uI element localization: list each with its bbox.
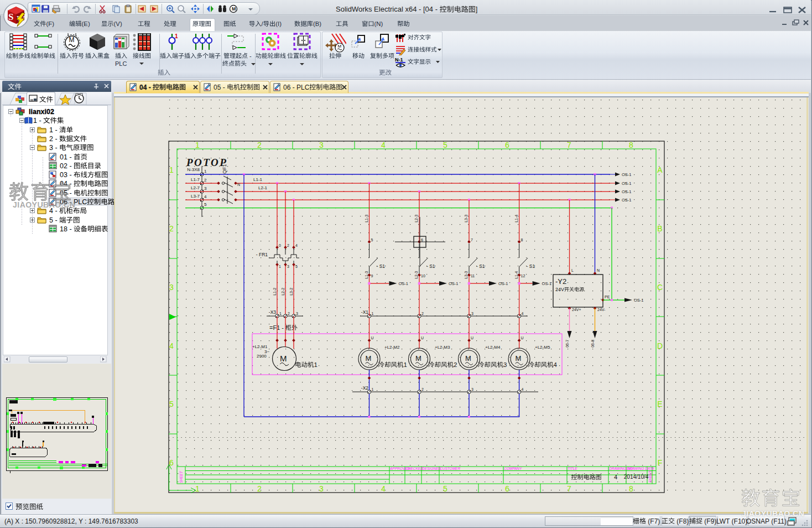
- svg-text:OS-1: OS-1: [634, 298, 644, 303]
- svg-text:PE: PE: [605, 295, 610, 299]
- svg-text:- S1: - S1: [426, 263, 435, 269]
- svg-text:06-7: 06-7: [565, 340, 569, 348]
- svg-text:6: 6: [505, 141, 509, 149]
- svg-text:M: M: [415, 354, 421, 363]
- svg-text:+L2-M4: +L2-M4: [485, 345, 501, 350]
- svg-text:5: 5: [295, 265, 298, 268]
- svg-text:M: M: [232, 6, 236, 12]
- svg-text:1: 1: [404, 361, 407, 368]
- svg-text:U: U: [471, 336, 473, 340]
- svg-text:QF1: QF1: [222, 164, 227, 174]
- svg-text:5: 5: [204, 202, 207, 207]
- svg-text:N: N: [237, 183, 240, 187]
- svg-text:M: M: [69, 36, 75, 44]
- svg-text:1: 1: [279, 265, 281, 268]
- svg-text:M: M: [338, 44, 342, 49]
- svg-text:L1-3: L1-3: [365, 271, 368, 279]
- svg-text:U: U: [521, 336, 524, 340]
- svg-text:2: 2: [454, 361, 457, 368]
- svg-text:CUSTOMER: CUSTOMER: [440, 467, 460, 470]
- svg-text:- S1: - S1: [377, 263, 386, 269]
- svg-text:2: 2: [288, 312, 290, 315]
- svg-text:- S1: - S1: [527, 263, 535, 269]
- svg-text:06-8: 06-8: [591, 340, 595, 348]
- svg-text:6: 6: [421, 238, 423, 242]
- svg-text:-Y2: -Y2: [555, 277, 566, 286]
- svg-text:-X2: -X2: [361, 385, 369, 391]
- svg-text:2014/10/4: 2014/10/4: [624, 474, 649, 480]
- svg-text:A: A: [657, 165, 663, 174]
- svg-text:OS-1: OS-1: [498, 281, 508, 286]
- svg-text:L2-2: L2-2: [281, 288, 285, 296]
- svg-text:L1-7: L1-7: [191, 177, 200, 182]
- svg-text:S: S: [8, 12, 13, 22]
- svg-text:1: 1: [372, 387, 374, 391]
- svg-text:2: 2: [204, 178, 207, 183]
- svg-text:D: D: [657, 341, 663, 350]
- svg-text:TITLE: TITLE: [568, 467, 577, 470]
- svg-text:U: U: [421, 336, 424, 340]
- svg-text:1: 1: [195, 141, 200, 149]
- svg-text:0: 0: [279, 244, 281, 247]
- svg-text:L2-1: L2-1: [258, 185, 268, 190]
- svg-text:24V+: 24V+: [572, 308, 581, 312]
- svg-text:4: 4: [381, 484, 386, 493]
- svg-text:M: M: [516, 354, 522, 363]
- svg-text:N-3X8: N-3X8: [187, 167, 200, 172]
- svg-text:+L2-M5: +L2-M5: [535, 345, 550, 350]
- svg-text:L1-3: L1-3: [365, 215, 368, 222]
- svg-text:2: 2: [169, 224, 174, 233]
- svg-text:3: 3: [319, 141, 324, 149]
- svg-text:OS-1: OS-1: [622, 172, 632, 177]
- svg-text:4: 4: [295, 244, 298, 247]
- svg-text:7: 7: [471, 238, 473, 242]
- svg-text:OS-1: OS-1: [622, 198, 632, 203]
- svg-text:OS-1: OS-1: [622, 189, 632, 194]
- svg-text:1: 1: [169, 165, 174, 174]
- svg-text:5: 5: [371, 238, 373, 242]
- svg-text:6: 6: [505, 484, 509, 493]
- svg-text:L3-7: L3-7: [191, 194, 200, 199]
- svg-text:9: 9: [371, 274, 373, 278]
- svg-text:- FR1: - FR1: [256, 252, 268, 257]
- svg-text:N: N: [597, 268, 600, 272]
- svg-text:U: U: [371, 336, 374, 340]
- svg-text:+L2-M3: +L2-M3: [435, 345, 450, 350]
- svg-text:CHECKED: CHECKED: [405, 467, 423, 470]
- svg-text:2: 2: [421, 312, 424, 315]
- svg-text:4: 4: [554, 361, 558, 368]
- svg-text:L: L: [571, 268, 574, 272]
- svg-text:2: 2: [257, 141, 262, 149]
- svg-text:24V-: 24V-: [597, 308, 606, 312]
- svg-text:2900: 2900: [257, 354, 267, 359]
- svg-text:-X3: -X3: [269, 309, 277, 315]
- svg-text:L2-3: L2-3: [414, 271, 418, 279]
- svg-text:8: 8: [629, 141, 633, 149]
- svg-text:1: 1: [175, 33, 178, 39]
- svg-text:OS-1: OS-1: [399, 281, 409, 286]
- svg-text:3: 3: [204, 186, 207, 191]
- svg-text:3: 3: [503, 361, 507, 368]
- svg-text:4: 4: [522, 387, 524, 391]
- svg-text:M: M: [366, 354, 372, 363]
- svg-text:OS-1: OS-1: [622, 181, 632, 186]
- svg-text:4: 4: [614, 474, 617, 480]
- svg-text:8: 8: [629, 484, 633, 493]
- svg-text:C: C: [657, 283, 663, 292]
- svg-text:3~: 3~: [264, 349, 269, 354]
- svg-text:L1-4: L1-4: [514, 215, 518, 222]
- svg-text:L1-1: L1-1: [253, 177, 263, 182]
- svg-text:1: 1: [204, 169, 207, 174]
- svg-text:-X1: -X1: [361, 309, 369, 315]
- svg-text:7: 7: [567, 141, 571, 149]
- svg-text:COMPANY: COMPANY: [504, 467, 522, 470]
- svg-text:POTOP: POTOP: [186, 157, 227, 168]
- svg-text:2: 2: [287, 244, 289, 247]
- svg-text:- S1: - S1: [476, 263, 485, 269]
- svg-text:3: 3: [169, 283, 174, 292]
- svg-text:OS-1: OS-1: [542, 281, 552, 286]
- svg-text:3: 3: [319, 484, 324, 493]
- svg-text:L1-2: L1-2: [273, 288, 277, 296]
- svg-text:+L2-M1: +L2-M1: [252, 344, 268, 349]
- svg-text:SHEET: SHEET: [648, 470, 652, 483]
